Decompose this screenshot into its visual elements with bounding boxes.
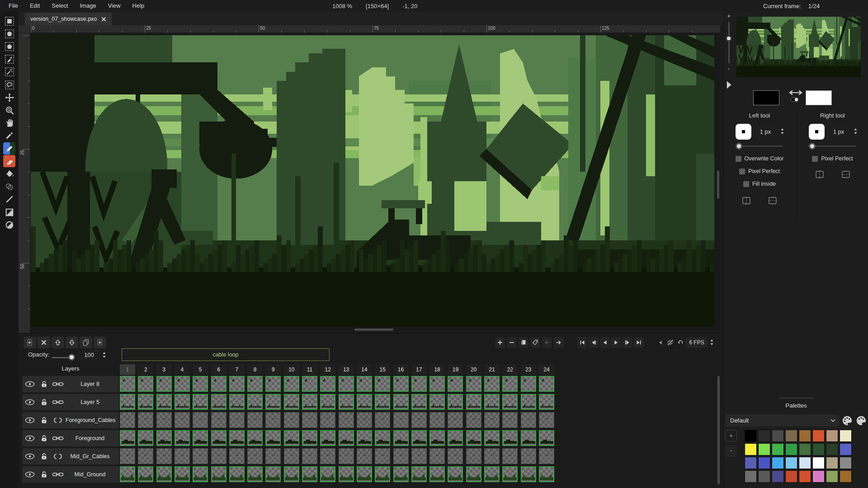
- cel[interactable]: [211, 412, 226, 428]
- cel[interactable]: [448, 376, 463, 392]
- cel[interactable]: [375, 376, 390, 392]
- cel[interactable]: [375, 394, 390, 410]
- cel[interactable]: [320, 448, 335, 464]
- cel[interactable]: [521, 394, 536, 410]
- cel[interactable]: [211, 430, 226, 446]
- frame-button-13[interactable]: 13: [339, 364, 354, 375]
- move-layer-up-button[interactable]: [52, 337, 64, 348]
- add-frame-button[interactable]: [495, 337, 505, 348]
- tab-version-07-showcase[interactable]: version_07_showcase.pxo: [25, 13, 112, 25]
- layer-link-icon[interactable]: [50, 399, 66, 405]
- cel[interactable]: [120, 466, 135, 482]
- cel[interactable]: [229, 430, 245, 446]
- tag-frame-button[interactable]: [530, 337, 540, 348]
- cel[interactable]: [320, 376, 335, 392]
- right-brush-size[interactable]: 1 px: [827, 125, 850, 138]
- cel[interactable]: [539, 430, 554, 446]
- cel[interactable]: [357, 394, 372, 410]
- checkbox-icon[interactable]: [812, 156, 818, 162]
- cel[interactable]: [429, 412, 445, 428]
- cel[interactable]: [156, 430, 172, 446]
- cel[interactable]: [138, 430, 153, 446]
- cel[interactable]: [302, 376, 317, 392]
- cel[interactable]: [484, 412, 500, 428]
- cel[interactable]: [120, 430, 135, 446]
- frame-button-4[interactable]: 4: [175, 364, 190, 375]
- cel[interactable]: [247, 466, 263, 482]
- tool-shading[interactable]: [3, 181, 15, 193]
- animation-tag[interactable]: cable loop: [122, 348, 330, 361]
- cel[interactable]: [156, 394, 172, 410]
- checkbox-icon[interactable]: [736, 156, 741, 162]
- cel[interactable]: [339, 376, 354, 392]
- layer-visibility-icon[interactable]: [22, 381, 38, 387]
- cel[interactable]: [339, 466, 354, 482]
- palette-color-swatch[interactable]: [826, 457, 838, 469]
- cel[interactable]: [429, 394, 445, 410]
- edit-palette-button[interactable]: [841, 414, 853, 427]
- cel[interactable]: [175, 376, 190, 392]
- tool-rectangle-select[interactable]: [3, 15, 15, 27]
- frame-button-22[interactable]: 22: [502, 364, 518, 375]
- palette-select[interactable]: Default: [725, 414, 840, 427]
- cel[interactable]: [320, 394, 335, 410]
- palette-color-swatch[interactable]: [799, 470, 811, 483]
- tool-zoom[interactable]: [3, 104, 15, 116]
- cel[interactable]: [175, 430, 190, 446]
- swap-colors-icon[interactable]: [787, 89, 805, 107]
- go-first-button[interactable]: [577, 337, 587, 348]
- frame-button-14[interactable]: 14: [357, 364, 372, 375]
- ruler-top[interactable]: 0255075100125: [30, 25, 720, 33]
- clone-layer-button[interactable]: [80, 337, 92, 348]
- cel[interactable]: [429, 430, 445, 446]
- cel[interactable]: [357, 412, 372, 428]
- cel[interactable]: [193, 376, 208, 392]
- mirror-vertical-icon[interactable]: [741, 195, 752, 206]
- opacity-stepper[interactable]: [102, 351, 107, 361]
- palette-color-swatch[interactable]: [745, 443, 757, 455]
- cel[interactable]: [466, 430, 481, 446]
- tool-eraser[interactable]: [3, 155, 15, 167]
- menu-select[interactable]: Select: [46, 0, 74, 12]
- cel[interactable]: [284, 394, 299, 410]
- v-scrollbar[interactable]: [717, 171, 719, 199]
- cel[interactable]: [138, 376, 153, 392]
- cel[interactable]: [521, 448, 536, 464]
- palette-color-swatch[interactable]: [826, 443, 838, 455]
- cel[interactable]: [393, 376, 409, 392]
- tool-color-picker[interactable]: [3, 130, 15, 142]
- cel[interactable]: [429, 448, 445, 464]
- cel[interactable]: [156, 376, 172, 392]
- palette-color-swatch[interactable]: [812, 443, 825, 455]
- cel[interactable]: [521, 376, 536, 392]
- cel[interactable]: [320, 466, 335, 482]
- frame-button-2[interactable]: 2: [138, 364, 153, 375]
- cel[interactable]: [284, 412, 299, 428]
- palette-color-swatch[interactable]: [840, 443, 852, 455]
- layer-visibility-icon[interactable]: [22, 471, 38, 478]
- layer-link-icon[interactable]: [50, 435, 66, 441]
- fps-value[interactable]: 6 FPS: [686, 337, 708, 348]
- cel[interactable]: [302, 466, 317, 482]
- cel[interactable]: [138, 448, 153, 464]
- cel[interactable]: [193, 466, 208, 482]
- cel[interactable]: [484, 394, 500, 410]
- close-icon[interactable]: [101, 17, 106, 22]
- layer-row-mid-ground[interactable]: Mid_Ground: [22, 466, 119, 483]
- tool-lasso-select[interactable]: [3, 79, 15, 91]
- palette-color-swatch[interactable]: [799, 457, 811, 469]
- layer-row-mid-gr-cables[interactable]: Mid_Gr_Cables: [22, 448, 119, 465]
- cel[interactable]: [466, 376, 481, 392]
- cel[interactable]: [175, 412, 190, 428]
- cel[interactable]: [375, 430, 390, 446]
- option-pixel-perfect[interactable]: Pixel Perfect: [724, 168, 795, 174]
- cel[interactable]: [175, 466, 190, 482]
- palette-color-swatch[interactable]: [772, 443, 784, 455]
- cel[interactable]: [539, 412, 554, 428]
- layer-lock-icon[interactable]: [38, 416, 50, 424]
- tool-ellipse[interactable]: [3, 219, 15, 231]
- palette-color-swatch[interactable]: [785, 457, 797, 469]
- cel[interactable]: [229, 376, 245, 392]
- cel[interactable]: [429, 466, 445, 482]
- cel[interactable]: [393, 466, 409, 482]
